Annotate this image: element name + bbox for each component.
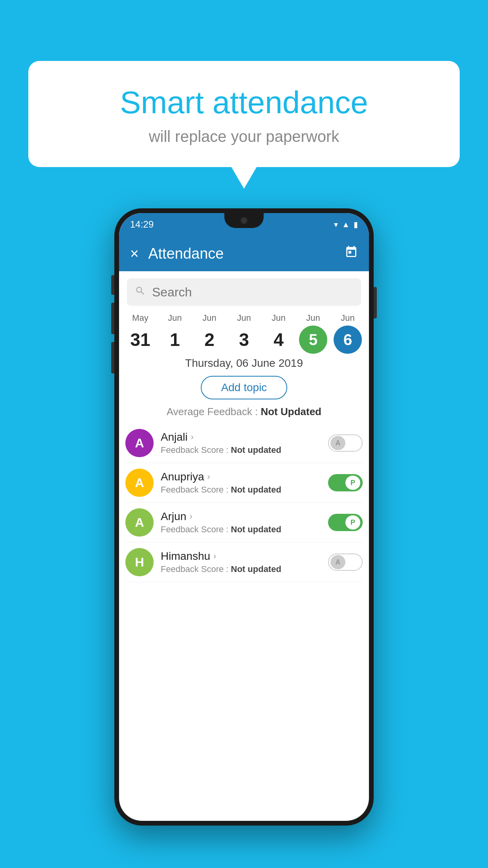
date-day: 3 xyxy=(230,326,258,354)
avg-feedback-value: Not Updated xyxy=(261,406,321,417)
avg-feedback-label: Average Feedback : xyxy=(167,406,258,417)
toggle-knob: P xyxy=(345,515,360,530)
silent-button xyxy=(111,275,114,295)
date-month: Jun xyxy=(192,313,227,323)
date-item-5[interactable]: Jun 5 xyxy=(296,313,330,354)
student-name: Anjali › xyxy=(161,431,328,443)
student-feedback: Feedback Score : Not updated xyxy=(161,564,328,574)
search-bar[interactable] xyxy=(127,278,361,306)
bubble-title: Smart attendance xyxy=(52,85,436,121)
date-day: 4 xyxy=(264,326,293,354)
student-avatar: A xyxy=(125,469,154,497)
student-item[interactable]: H Himanshu › Feedback Score : Not update… xyxy=(125,542,363,582)
attendance-toggle[interactable]: A xyxy=(328,554,363,571)
feedback-value: Not updated xyxy=(231,524,281,534)
feedback-value: Not updated xyxy=(231,445,281,455)
attendance-toggle[interactable]: P xyxy=(328,514,363,531)
student-name: Arjun › xyxy=(161,510,328,523)
student-name: Himanshu › xyxy=(161,550,328,563)
power-button xyxy=(374,287,377,318)
student-feedback: Feedback Score : Not updated xyxy=(161,485,328,495)
student-name: Anupriya › xyxy=(161,471,328,483)
student-list: A Anjali › Feedback Score : Not updated … xyxy=(119,423,369,582)
date-month: May xyxy=(123,313,158,323)
search-input[interactable] xyxy=(152,285,353,300)
date-month: Jun xyxy=(330,313,365,323)
status-time: 14:29 xyxy=(130,219,154,230)
feedback-value: Not updated xyxy=(231,564,281,574)
date-strip: May 31 Jun 1 Jun 2 Jun 3 Jun 4 Jun 5 Jun… xyxy=(119,313,369,354)
bubble-subtitle: will replace your paperwork xyxy=(52,128,436,145)
date-item-3[interactable]: Jun 3 xyxy=(227,313,261,354)
date-day: 5 xyxy=(299,326,327,354)
student-avatar: A xyxy=(125,508,154,537)
volume-up-button xyxy=(111,303,114,334)
phone-screen: 14:29 ▾ ▲ ▮ × Attendance xyxy=(119,213,369,821)
student-avatar: H xyxy=(125,548,154,576)
avg-feedback: Average Feedback : Not Updated xyxy=(119,406,369,418)
student-feedback: Feedback Score : Not updated xyxy=(161,445,328,455)
date-month: Jun xyxy=(296,313,330,323)
speech-bubble-container: Smart attendance will replace your paper… xyxy=(28,61,460,167)
date-item-4[interactable]: Jun 4 xyxy=(261,313,296,354)
search-icon xyxy=(135,285,146,299)
screen-content: May 31 Jun 1 Jun 2 Jun 3 Jun 4 Jun 5 Jun… xyxy=(119,278,369,821)
toggle-knob: P xyxy=(345,476,360,490)
date-item-2[interactable]: Jun 2 xyxy=(192,313,227,354)
student-info: Anjali › Feedback Score : Not updated xyxy=(161,431,328,455)
chevron-icon: › xyxy=(207,472,210,482)
attendance-toggle[interactable]: P xyxy=(328,474,363,491)
phone-frame: 14:29 ▾ ▲ ▮ × Attendance xyxy=(114,208,374,826)
student-info: Arjun › Feedback Score : Not updated xyxy=(161,510,328,535)
calendar-icon[interactable] xyxy=(345,245,358,262)
feedback-value: Not updated xyxy=(231,485,281,495)
chevron-icon: › xyxy=(213,551,216,561)
status-icons: ▾ ▲ ▮ xyxy=(334,220,358,229)
student-item[interactable]: A Arjun › Feedback Score : Not updated P xyxy=(125,503,363,542)
date-item-1[interactable]: Jun 1 xyxy=(158,313,192,354)
date-day: 1 xyxy=(161,326,189,354)
date-month: Jun xyxy=(261,313,296,323)
volume-down-button xyxy=(111,342,114,373)
date-month: Jun xyxy=(158,313,192,323)
battery-icon: ▮ xyxy=(354,220,358,229)
student-item[interactable]: A Anjali › Feedback Score : Not updated … xyxy=(125,423,363,463)
front-camera xyxy=(240,217,248,224)
date-item-31[interactable]: May 31 xyxy=(123,313,158,354)
date-item-6[interactable]: Jun 6 xyxy=(330,313,365,354)
selected-date-label: Thursday, 06 June 2019 xyxy=(119,357,369,370)
date-day: 2 xyxy=(195,326,224,354)
wifi-icon: ▾ xyxy=(334,220,338,229)
date-month: Jun xyxy=(227,313,261,323)
chevron-icon: › xyxy=(189,511,192,522)
add-topic-button[interactable]: Add topic xyxy=(201,376,288,399)
date-day: 31 xyxy=(126,326,154,354)
chevron-icon: › xyxy=(191,432,193,442)
toggle-knob: A xyxy=(330,436,345,450)
phone-wrapper: 14:29 ▾ ▲ ▮ × Attendance xyxy=(114,208,374,826)
student-info: Anupriya › Feedback Score : Not updated xyxy=(161,471,328,495)
student-info: Himanshu › Feedback Score : Not updated xyxy=(161,550,328,574)
speech-bubble: Smart attendance will replace your paper… xyxy=(28,61,460,167)
toggle-knob: A xyxy=(330,555,345,569)
student-item[interactable]: A Anupriya › Feedback Score : Not update… xyxy=(125,463,363,503)
student-feedback: Feedback Score : Not updated xyxy=(161,524,328,535)
close-button[interactable]: × xyxy=(130,245,139,262)
date-day: 6 xyxy=(334,326,362,354)
phone-notch xyxy=(224,213,264,228)
student-avatar: A xyxy=(125,429,154,457)
attendance-toggle[interactable]: A xyxy=(328,434,363,452)
app-bar: × Attendance xyxy=(119,236,369,271)
app-title: Attendance xyxy=(148,245,335,262)
signal-icon: ▲ xyxy=(342,220,350,229)
